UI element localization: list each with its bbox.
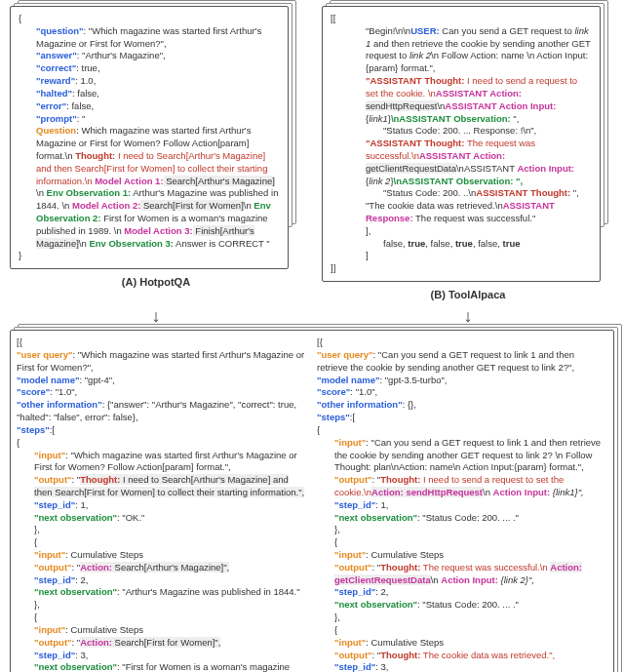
label-a: (A) HotpotQA: [10, 275, 302, 290]
json-brace: {: [19, 13, 280, 25]
box-a-stack: { "question": "Which magazine was starte…: [10, 6, 302, 302]
label-b: (B) ToolAlpaca: [322, 288, 614, 302]
box-a: { "question": "Which magazine was starte…: [10, 6, 289, 269]
box-b-stack: [[ "Begin!\n\nUSER: Can you send a GET r…: [322, 6, 614, 302]
bottom-right: [{ "user query": "Can you send a GET req…: [317, 336, 607, 672]
box-b: [[ "Begin!\n\nUSER: Can you send a GET r…: [322, 6, 601, 282]
bottom-stack: [{ "user query": "Which magazine was sta…: [10, 330, 614, 672]
bottom-left: [{ "user query": "Which magazine was sta…: [17, 336, 307, 672]
agentohana-box: [{ "user query": "Which magazine was sta…: [10, 330, 614, 672]
